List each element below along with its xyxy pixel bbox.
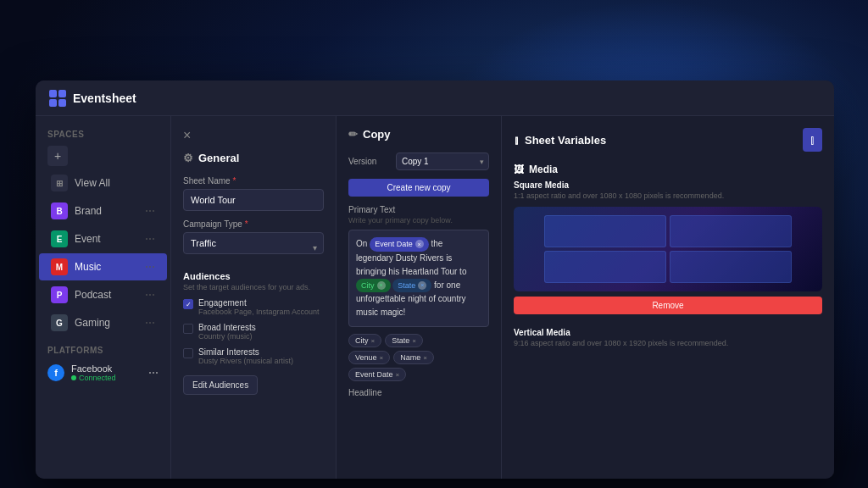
broad-checkbox[interactable] [183, 324, 193, 334]
general-section-header: ⚙ General [183, 152, 324, 164]
broad-sublabel: Country (music) [198, 332, 256, 341]
add-space-button[interactable]: + [47, 146, 68, 166]
sheet-name-input[interactable] [183, 189, 324, 211]
content-area: World Toi Music ▾ Draft Events Launch Se… [171, 116, 834, 479]
sidebar-item-podcast[interactable]: P Podcast ⋯ [39, 281, 167, 308]
sidebar-item-music[interactable]: M Music ⋯ [39, 253, 167, 280]
music-icon: M [51, 258, 68, 275]
primary-text-label: Primary Text [348, 205, 489, 214]
sheet-variables-title: ⫿ Sheet Variables [514, 134, 606, 147]
sidebar: Spaces + ⊞ View All B Brand ⋯ E Event ⋯ … [36, 116, 171, 479]
sheet-variables-header: ⫿ Sheet Variables ⫿ [514, 128, 822, 152]
sidebar-item-brand[interactable]: B Brand ⋯ [39, 197, 167, 225]
brand-icon: B [51, 202, 68, 219]
sidebar-item-view-all[interactable]: ⊞ View All [39, 169, 167, 197]
sidebar-item-label: Gaming [75, 317, 110, 329]
version-select[interactable]: Copy 1 [396, 152, 489, 170]
media-quad [544, 251, 666, 283]
token-chips-row: City × State × [348, 334, 489, 347]
modal-overlay: × ⚙ General Sheet Name * Campaign Type [171, 116, 834, 479]
create-copy-button[interactable]: Create new copy [348, 179, 489, 197]
media-panel: ⫿ Sheet Variables ⫿ 🖼 Media Square Media… [502, 116, 834, 479]
audience-broad: Broad Interests Country (music) [183, 323, 324, 341]
similar-label: Similar Interests [198, 347, 293, 357]
media-quad [670, 251, 792, 283]
sheet-name-label: Sheet Name * [183, 176, 324, 186]
version-select-wrapper: Copy 1 [396, 152, 489, 170]
more-icon: ⋯ [145, 233, 155, 245]
main-content: Spaces + ⊞ View All B Brand ⋯ E Event ⋯ … [36, 116, 834, 479]
copy-section-header: ✏ Copy [348, 128, 489, 141]
more-icon: ⋯ [145, 317, 155, 329]
edit-audiences-button[interactable]: Edit Audiences [183, 375, 258, 395]
audiences-subtitle: Set the target audiences for your ads. [183, 283, 324, 291]
media-quad [544, 215, 666, 247]
app-logo: Eventsheet [49, 90, 136, 107]
sidebar-item-event[interactable]: E Event ⋯ [39, 225, 167, 252]
media-preview [514, 207, 822, 291]
more-icon: ⋯ [145, 205, 155, 217]
logo-icon [49, 90, 66, 107]
spaces-label: Spaces [36, 125, 170, 142]
headline-label: Headline [348, 388, 489, 397]
sidebar-item-label: Event [75, 233, 101, 245]
engagement-sublabel: Facebook Page, Instagram Account [198, 308, 320, 316]
more-icon: ⋯ [145, 261, 155, 273]
city-chip[interactable]: City × [356, 279, 391, 292]
media-section-title: 🖼 Media [514, 164, 822, 175]
app-window: Eventsheet Spaces + ⊞ View All B Brand ⋯… [36, 80, 834, 479]
bars-icon: ⫿ [514, 134, 520, 147]
event-icon: E [51, 230, 68, 247]
platform-facebook[interactable]: f Facebook Connected ⋯ [36, 358, 170, 387]
city-token-btn[interactable]: City × [348, 334, 381, 347]
app-header: Eventsheet [36, 80, 834, 116]
sidebar-item-label: Music [75, 261, 101, 273]
state-chip[interactable]: State × [392, 279, 431, 292]
sidebar-item-gaming[interactable]: G Gaming ⋯ [39, 309, 167, 336]
gear-icon: ⚙ [183, 152, 193, 164]
facebook-icon: f [47, 364, 64, 381]
media-quad [670, 215, 792, 247]
venue-token-btn[interactable]: Venue × [348, 351, 390, 364]
platform-status: Connected [71, 374, 116, 382]
audience-engagement: Engagement Facebook Page, Instagram Acco… [183, 298, 324, 316]
chip-close-icon[interactable]: × [418, 281, 426, 290]
general-panel: × ⚙ General Sheet Name * Campaign Type [171, 116, 337, 479]
event-date-chip[interactable]: Event Date × [370, 237, 429, 251]
campaign-type-wrapper: Traffic [183, 232, 324, 263]
square-media-hint: 1:1 aspect ratio and over 1080 x 1080 pi… [514, 191, 822, 200]
copy-text-area[interactable]: On Event Date × the legendary Dusty Rive… [348, 230, 489, 327]
copy-panel: ✏ Copy Version Copy 1 Create new copy [337, 116, 502, 479]
view-all-icon: ⊞ [51, 175, 68, 191]
close-button[interactable]: × [183, 128, 191, 143]
similar-checkbox[interactable] [183, 348, 193, 358]
modal-panel: × ⚙ General Sheet Name * Campaign Type [171, 116, 834, 479]
more-icon: ⋯ [148, 367, 159, 379]
audience-similar: Similar Interests Dusty Rivers (musical … [183, 347, 324, 365]
chip-close-icon[interactable]: × [377, 281, 386, 290]
sheet-variables-button[interactable]: ⫿ [803, 128, 822, 152]
pencil-icon: ✏ [348, 128, 358, 141]
media-preview-inner [544, 215, 791, 283]
app-name: Eventsheet [73, 92, 136, 105]
audiences-section: Audiences Set the target audiences for y… [183, 271, 324, 395]
sidebar-item-label: View All [75, 177, 110, 189]
copy-text-pre: On [356, 239, 370, 248]
copy-title: Copy [363, 128, 391, 141]
remove-media-button[interactable]: Remove [514, 297, 822, 314]
token-chips-row3: Event Date × [348, 368, 489, 381]
connected-dot [71, 375, 76, 380]
engagement-checkbox[interactable] [183, 299, 193, 309]
vertical-media-hint: 9:16 aspect ratio and over 1080 x 1920 p… [514, 339, 822, 347]
event-date-token-btn[interactable]: Event Date × [348, 368, 406, 381]
sidebar-item-label: Brand [75, 205, 102, 217]
version-label: Version [348, 157, 376, 166]
engagement-label: Engagement [198, 298, 320, 308]
name-token-btn[interactable]: Name × [393, 351, 434, 364]
state-token-btn[interactable]: State × [385, 334, 423, 347]
chip-close-icon[interactable]: × [415, 240, 424, 248]
token-chips-row2: Venue × Name × [348, 351, 489, 364]
audiences-title: Audiences [183, 271, 324, 281]
campaign-type-select[interactable]: Traffic [183, 232, 324, 254]
campaign-type-label: Campaign Type * [183, 219, 324, 229]
